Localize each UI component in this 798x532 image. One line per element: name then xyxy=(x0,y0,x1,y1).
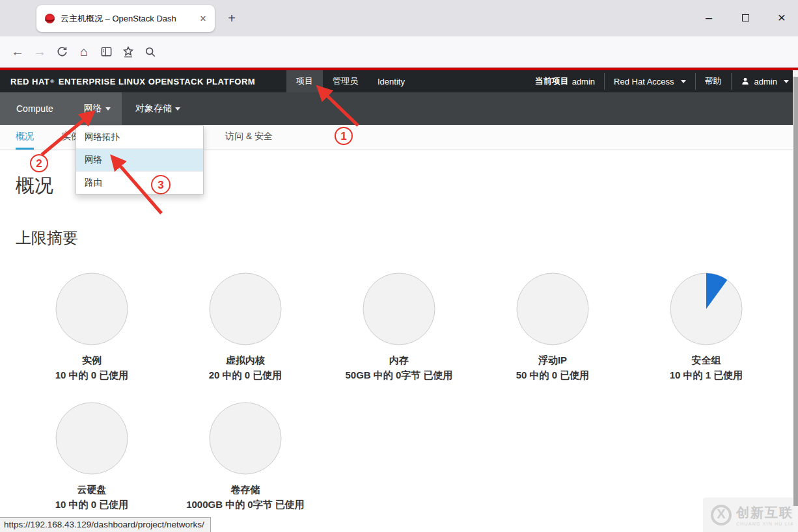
library-icon[interactable] xyxy=(117,41,139,63)
quota-name: 安全组 xyxy=(692,354,721,366)
nav-item-object-store[interactable]: 对象存储 xyxy=(135,92,180,125)
quota-caption: 50GB 中的 0字节 已使用 xyxy=(345,369,452,381)
dashboard-nav-bar: Compute 网络 对象存储 xyxy=(0,92,798,125)
current-project: 当前项目admin xyxy=(526,70,604,92)
menu-project[interactable]: 项目 xyxy=(286,70,323,92)
tab-access-security[interactable]: 访问 & 安全 xyxy=(225,131,273,150)
tab-title: 云主机概况 – OpenStack Dash xyxy=(61,13,197,25)
nav-item-compute[interactable]: Compute xyxy=(0,103,53,114)
watermark-subtitle: CHUANG XIN HU LIAN xyxy=(736,522,798,526)
tab-overview[interactable]: 概况 xyxy=(16,131,34,150)
redhat-access-menu[interactable]: Red Hat Access xyxy=(605,70,695,92)
browser-toolbar: ← → ⌂ xyxy=(0,36,798,68)
quota-pie-chart xyxy=(670,273,743,345)
browser-tab[interactable]: 云主机概况 – OpenStack Dash × xyxy=(36,5,215,32)
page-content: 概况 上限摘要 实例10 中的 0 已使用虚拟内核20 中的 0 已使用内存50… xyxy=(0,172,798,511)
reload-icon[interactable] xyxy=(51,41,73,63)
watermark: X 创新互联 CHUANG XIN HU LIAN xyxy=(703,498,798,532)
quota-gauge: 卷存储1000GB 中的 0字节 已使用 xyxy=(169,402,322,511)
quota-pie-chart xyxy=(516,273,589,345)
dropdown-item-routers[interactable]: 路由 xyxy=(76,172,203,194)
maximize-button[interactable] xyxy=(734,7,756,29)
quota-gauge: 安全组10 中的 1 已使用 xyxy=(629,273,783,381)
quota-gauge: 云硬盘10 中的 0 已使用 xyxy=(15,402,169,511)
user-icon xyxy=(741,77,751,86)
dropdown-item-network-topology[interactable]: 网络拓扑 xyxy=(76,126,203,149)
new-tab-button[interactable]: + xyxy=(223,9,241,27)
maximize-icon xyxy=(742,14,749,21)
quota-caption: 20 中的 0 已使用 xyxy=(209,369,282,381)
dropdown-item-networks[interactable]: 网络 xyxy=(76,149,203,172)
quota-gauge-row: 云硬盘10 中的 0 已使用卷存储1000GB 中的 0字节 已使用 xyxy=(15,402,798,511)
quota-name: 卷存储 xyxy=(231,484,260,496)
quota-caption: 10 中的 0 已使用 xyxy=(55,369,129,381)
home-icon[interactable]: ⌂ xyxy=(73,41,95,63)
nav-item-network[interactable]: 网络 xyxy=(84,103,111,114)
chevron-down-icon xyxy=(784,80,789,83)
quota-pie-chart xyxy=(363,273,435,345)
close-button[interactable]: × xyxy=(771,7,793,29)
tab-close-icon[interactable]: × xyxy=(197,13,210,25)
chevron-down-icon xyxy=(175,107,180,111)
status-bar-url: https://192.168.43.129/dashboard/project… xyxy=(0,517,211,532)
quota-caption: 10 中的 1 已使用 xyxy=(670,369,743,381)
sidebar-icon[interactable] xyxy=(95,41,117,63)
watermark-name: 创新互联 xyxy=(736,504,798,522)
scrollbar-track[interactable] xyxy=(793,70,798,532)
quota-name: 云硬盘 xyxy=(77,484,107,496)
quota-gauge: 浮动IP50 中的 0 已使用 xyxy=(476,273,629,381)
chevron-down-icon xyxy=(681,80,686,83)
quota-gauge-row: 实例10 中的 0 已使用虚拟内核20 中的 0 已使用内存50GB 中的 0字… xyxy=(15,273,798,381)
quota-gauge: 内存50GB 中的 0字节 已使用 xyxy=(322,273,476,381)
menu-admin[interactable]: 管理员 xyxy=(323,70,368,92)
quota-caption: 50 中的 0 已使用 xyxy=(516,369,590,381)
scrollbar-thumb[interactable] xyxy=(793,77,798,506)
quota-name: 虚拟内核 xyxy=(226,354,265,366)
section-title-limit-summary: 上限摘要 xyxy=(16,227,798,249)
quota-pie-chart xyxy=(55,273,128,345)
nav-active-group: Compute 网络 xyxy=(0,92,122,125)
back-icon[interactable]: ← xyxy=(7,41,29,63)
quota-name: 浮动IP xyxy=(538,354,567,366)
network-dropdown-menu: 网络拓扑 网络 路由 xyxy=(76,126,204,194)
quota-name: 内存 xyxy=(389,354,409,366)
browser-titlebar: 云主机概况 – OpenStack Dash × + – × xyxy=(0,0,798,36)
menu-identity[interactable]: Identity xyxy=(368,70,415,92)
help-link[interactable]: 帮助 xyxy=(696,70,731,92)
quota-caption: 10 中的 0 已使用 xyxy=(55,499,129,511)
user-menu[interactable]: admin xyxy=(732,70,798,92)
osp-header-bar: RED HAT® ENTERPRISE LINUX OPENSTACK PLAT… xyxy=(0,70,798,92)
search-icon[interactable] xyxy=(139,41,161,63)
quota-caption: 1000GB 中的 0字节 已使用 xyxy=(186,499,305,511)
watermark-logo-icon: X xyxy=(711,505,732,525)
redhat-favicon xyxy=(44,13,55,24)
minimize-button[interactable]: – xyxy=(698,7,720,29)
quota-pie-chart xyxy=(55,402,128,475)
quota-pie-chart xyxy=(209,402,282,475)
chevron-down-icon xyxy=(105,107,111,111)
window-controls: – × xyxy=(698,7,793,29)
quota-name: 实例 xyxy=(82,354,102,366)
redhat-brand: RED HAT® ENTERPRISE LINUX OPENSTACK PLAT… xyxy=(0,70,286,92)
forward-icon[interactable]: → xyxy=(29,41,51,63)
quota-gauge: 实例10 中的 0 已使用 xyxy=(15,273,169,381)
quota-gauge: 虚拟内核20 中的 0 已使用 xyxy=(169,273,322,381)
quota-pie-chart xyxy=(209,273,282,345)
openstack-page: RED HAT® ENTERPRISE LINUX OPENSTACK PLAT… xyxy=(0,68,798,532)
